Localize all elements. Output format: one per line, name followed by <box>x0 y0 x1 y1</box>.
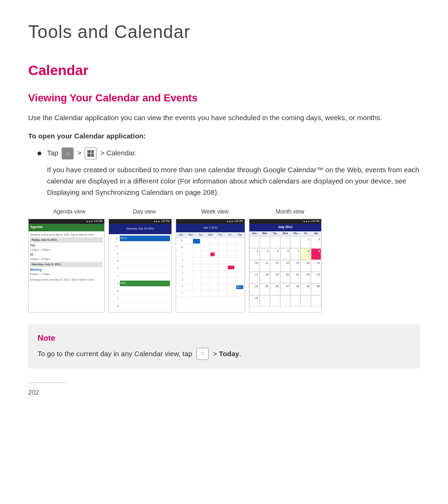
month-cell <box>270 237 280 248</box>
day-header: Saturday July 10 2011 <box>109 224 171 234</box>
month-mon: Mon <box>260 232 270 236</box>
month-cell-3: 3 <box>249 248 260 260</box>
note-title: Note <box>38 332 410 344</box>
week-row-7: 7 <box>176 290 245 297</box>
month-cell-27: 27 <box>280 283 291 295</box>
month-cell <box>290 237 301 248</box>
agenda-event-hi: Hi 3:00pm – 4:00pm <box>30 252 103 261</box>
month-cell-9-today: 9 <box>311 248 321 260</box>
month-sat: Sat <box>311 232 321 236</box>
month-thu: Thu <box>290 232 301 236</box>
month-cell-12: 12 <box>270 260 280 272</box>
month-cell-14: 14 <box>290 260 301 272</box>
week-day-wed: Wed <box>206 233 216 237</box>
screenshots-row: ▲▲▲ 1:00 PM Agenda Showing events since … <box>28 219 420 313</box>
month-cell-faded <box>280 295 291 307</box>
month-cell-29: 29 <box>301 283 311 295</box>
month-cell-25: 25 <box>260 283 270 295</box>
month-cell-13: 13 <box>280 260 291 272</box>
month-cell-faded <box>270 295 280 307</box>
month-cell-10: 10 <box>249 260 260 272</box>
week-day-thu: Thu <box>215 233 225 237</box>
day-slot-11: 11 Intro A <box>110 235 170 243</box>
note-text-prefix: To go to the current day in any Calendar… <box>38 349 192 359</box>
note-box: Note To go to the current day in any Cal… <box>28 324 420 369</box>
week-row-2: 2 <box>176 258 245 264</box>
month-header: July 2011 <box>249 224 321 231</box>
week-statusbar: ▲▲▲ 1:00 PM <box>176 219 245 224</box>
agenda-showing: Showing events since Mar 6, 2011. Tap to… <box>30 233 103 237</box>
month-cell-17: 17 <box>249 272 260 283</box>
day-slot-8: 8 <box>110 303 170 310</box>
day-slot-7: 7 <box>110 295 170 303</box>
month-cell-23: 23 <box>311 272 321 283</box>
agenda-screenshot: ▲▲▲ 1:00 PM Agenda Showing events since … <box>28 219 105 313</box>
agenda-date-today: Today, July 8, 2011 <box>30 237 103 243</box>
day-statusbar: ▲▲▲ 1:00 PM <box>109 219 171 224</box>
month-tue: Tue <box>270 232 280 236</box>
indent-block: If you have created or subscribed to mor… <box>47 164 420 198</box>
indent-text: If you have created or subscribed to mor… <box>47 164 420 198</box>
month-cell-1: 1 <box>301 237 311 248</box>
body-text: Use the Calendar application you can vie… <box>28 112 420 123</box>
day-slot-12: 12 <box>110 243 170 250</box>
month-cell-faded <box>290 295 301 307</box>
agenda-view-label: Agenda view <box>28 207 110 216</box>
day-body: 11 Intro A 12 1 2 3 <box>109 234 171 311</box>
month-grid: 1 2 3 4 5 6 7 8 9 10 11 12 13 14 15 16 1… <box>249 237 321 307</box>
bullet-dot <box>38 152 41 155</box>
week-row-12: 12 <box>176 244 245 251</box>
month-sun: Sun <box>249 232 260 236</box>
week-day-sun: Sun <box>176 233 186 237</box>
week-view-label: Week view <box>178 207 251 216</box>
agenda-statusbar: ▲▲▲ 1:00 PM <box>29 219 104 224</box>
day-slot-4: 4 <box>110 273 170 280</box>
day-event-1: Intro A <box>120 236 170 241</box>
month-view-label: Month view <box>251 207 329 216</box>
footer-area: 202 <box>28 382 420 397</box>
month-cell <box>249 237 260 248</box>
week-header: July 3 2011 <box>176 224 245 232</box>
month-cell-21: 21 <box>290 272 301 283</box>
subsection-title: Viewing Your Calendar and Events <box>28 90 420 106</box>
agenda-showing-end: Showing events until Sep 15, 2011. Tap t… <box>30 278 103 282</box>
day-view-label: Day view <box>110 207 178 216</box>
month-cell-30: 30 <box>311 283 321 295</box>
week-row-1: 1 <box>176 251 245 258</box>
month-cell <box>280 237 291 248</box>
month-cell-15: 15 <box>301 260 311 272</box>
month-cell-26: 26 <box>270 283 280 295</box>
month-cell-faded <box>301 295 311 307</box>
week-day-sat: Sat <box>235 233 245 237</box>
note-content: To go to the current day in any Calendar… <box>38 348 410 360</box>
month-cell-18: 18 <box>260 272 270 283</box>
agenda-date-sat: Saturday, July 9, 2011 <box>30 262 103 267</box>
calendar-views-section: Agenda view Day view Week view Month vie… <box>28 207 420 313</box>
home-icon: ⌂ <box>62 147 74 160</box>
month-cell-31: 31 <box>249 295 260 307</box>
month-cell-faded <box>260 295 270 307</box>
month-cell-7: 7 <box>290 248 301 260</box>
footer-divider <box>28 382 66 383</box>
today-icon: □ <box>196 348 209 360</box>
week-body: 11 12 <box>176 238 245 297</box>
month-cell-faded <box>311 295 321 307</box>
agenda-event-tea: Tea 1:00pm – 2:00pm <box>30 243 103 252</box>
month-cell-28: 28 <box>290 283 301 295</box>
agenda-event-meeting: Meeting 6:00pm – 7:00pm <box>30 267 103 276</box>
month-fri: Fri <box>301 232 311 236</box>
page-title: Tools and Calendar <box>28 19 420 46</box>
bullet-text: Tap ⌂ > > Calendar. <box>47 147 137 160</box>
agenda-body: Showing events since Mar 6, 2011. Tap to… <box>29 231 104 284</box>
agenda-header: Agenda <box>29 224 104 231</box>
month-screenshot: ▲▲▲ 1:00 PM July 2011 Sun Mon Tue Wed Th… <box>249 219 322 313</box>
week-days-header: Sun Mon Tue Wed Thu Fri Sat <box>176 232 245 238</box>
month-cell-6: 6 <box>280 248 291 260</box>
section-title: Calendar <box>28 60 420 81</box>
week-day-mon: Mon <box>186 233 196 237</box>
week-row-3: 3 <box>176 264 245 271</box>
day-screenshot: ▲▲▲ 1:00 PM Saturday July 10 2011 11 Int… <box>108 219 172 313</box>
month-cell-2: 2 <box>311 237 321 248</box>
page-number: 202 <box>28 388 420 397</box>
month-cell-24: 24 <box>249 283 260 295</box>
